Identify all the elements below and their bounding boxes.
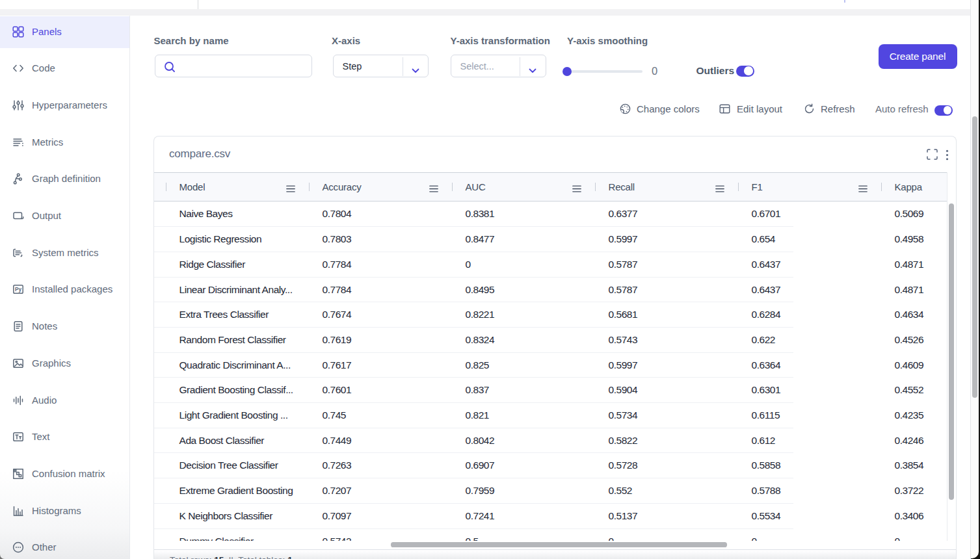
svg-text:Py: Py <box>14 287 21 292</box>
